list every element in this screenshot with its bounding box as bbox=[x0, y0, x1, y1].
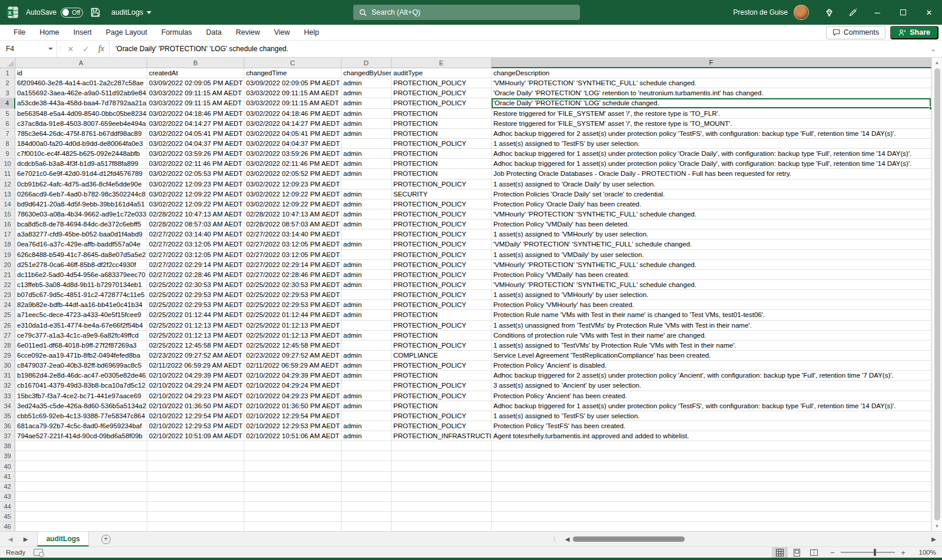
cell-F5[interactable]: Restore triggered for 'FILE_SYSTEM' asse… bbox=[492, 109, 931, 119]
cell-D15[interactable]: admin bbox=[341, 209, 392, 219]
cell-B45[interactable] bbox=[147, 512, 244, 522]
cell-D17[interactable] bbox=[341, 229, 392, 239]
cell-D23[interactable] bbox=[341, 290, 392, 300]
row-header-39[interactable]: 39 bbox=[0, 451, 15, 461]
row-header-9[interactable]: 9 bbox=[0, 149, 15, 159]
row-header-20[interactable]: 20 bbox=[0, 260, 15, 270]
cell-D10[interactable]: admin bbox=[341, 159, 392, 169]
cell-B11[interactable]: 03/02/2022 02:05:53 PM AEDT bbox=[147, 169, 244, 179]
cell-C20[interactable]: 02/27/2022 02:29:14 PM AEDT bbox=[244, 260, 341, 270]
cell-E36[interactable]: PROTECTION_POLICY bbox=[392, 421, 492, 431]
cell-C33[interactable]: 02/10/2022 04:29:23 PM AEDT bbox=[244, 391, 341, 401]
cell-B29[interactable]: 02/23/2022 09:27:52 AM AEDT bbox=[147, 351, 244, 361]
cell-E14[interactable]: PROTECTION_POLICY bbox=[392, 199, 492, 209]
cell-C14[interactable]: 03/02/2022 12:09:22 PM AEDT bbox=[244, 199, 341, 209]
cell-E40[interactable] bbox=[392, 461, 492, 471]
cell-B37[interactable]: 02/10/2022 10:51:09 AM AEDT bbox=[147, 431, 244, 441]
cell-E1[interactable]: auditType bbox=[392, 68, 492, 78]
cell-A21[interactable]: dc11b6e2-5ad0-4d54-956e-a683379eec70 bbox=[15, 270, 147, 280]
cell-F8[interactable]: 1 asset(s) assigned to 'TestFS' by user … bbox=[492, 139, 931, 149]
cell-C41[interactable] bbox=[244, 472, 341, 482]
cell-E27[interactable]: PROTECTION bbox=[392, 331, 492, 341]
row-header-29[interactable]: 29 bbox=[0, 351, 15, 361]
cell-C36[interactable]: 02/10/2022 12:29:53 PM AEDT bbox=[244, 421, 341, 431]
cell-F19[interactable]: 1 asset(s) assigned to 'VMDaily' by user… bbox=[492, 250, 931, 260]
normal-view-button[interactable] bbox=[772, 547, 788, 558]
cell-B2[interactable]: 03/09/2022 02:09:05 PM AEDT bbox=[147, 78, 244, 88]
cell-F44[interactable] bbox=[492, 502, 931, 512]
cell-D34[interactable]: admin bbox=[341, 401, 392, 411]
cell-E31[interactable]: PROTECTION bbox=[392, 371, 492, 381]
cell-F15[interactable]: 'VMHourly' 'PROTECTION' 'SYNTHETIC_FULL'… bbox=[492, 209, 931, 219]
cell-F10[interactable]: Adhoc backup triggered for 1 asset(s) un… bbox=[492, 159, 931, 169]
cell-A46[interactable] bbox=[15, 522, 147, 531]
cell-C31[interactable]: 02/10/2022 04:29:39 PM AEDT bbox=[244, 371, 341, 381]
cell-F28[interactable]: 1 asset(s) assigned to 'TestVMs' by Prot… bbox=[492, 341, 931, 351]
row-header-10[interactable]: 10 bbox=[0, 159, 15, 169]
cell-D28[interactable] bbox=[341, 341, 392, 351]
confirm-entry-icon[interactable]: ✓ bbox=[78, 41, 94, 57]
cell-C10[interactable]: 03/02/2022 02:11:46 PM AEDT bbox=[244, 159, 341, 169]
cell-E15[interactable]: PROTECTION_POLICY bbox=[392, 209, 492, 219]
cell-E29[interactable]: COMPLIANCE bbox=[392, 351, 492, 361]
cell-A20[interactable]: d251e278-0ca6-46ff-85b8-df2f2cc4930f bbox=[15, 260, 147, 270]
row-header-28[interactable]: 28 bbox=[0, 341, 15, 351]
minimize-button[interactable]: ─ bbox=[864, 0, 890, 25]
scrollbar-resize-handle[interactable]: ⁞ bbox=[553, 536, 556, 542]
fill-handle[interactable] bbox=[929, 106, 931, 110]
search-input[interactable]: Search (Alt+Q) bbox=[353, 5, 580, 20]
cell-F26[interactable]: 1 asset(s) unassigned from 'TestVMs' by … bbox=[492, 321, 931, 331]
cell-A18[interactable]: 0ea76d16-a37c-429e-affb-baddf557a04e bbox=[15, 239, 147, 249]
cell-A24[interactable]: 82a9b82e-bdfb-44df-aa16-bb41e0c41b34 bbox=[15, 300, 147, 310]
formula-input[interactable]: 'Oracle Daily' 'PROTECTION' 'LOG' schedu… bbox=[109, 41, 924, 57]
cell-A39[interactable] bbox=[15, 451, 147, 461]
cell-D36[interactable]: admin bbox=[341, 421, 392, 431]
cell-D22[interactable]: admin bbox=[341, 280, 392, 290]
cell-F7[interactable]: Adhoc backup triggered for 2 asset(s) un… bbox=[492, 129, 931, 139]
cell-C16[interactable]: 02/28/2022 08:57:03 AM AEDT bbox=[244, 219, 341, 229]
cell-A10[interactable]: dcdcb5a6-b3a8-4f3f-b1d9-a517f88fa899 bbox=[15, 159, 147, 169]
cell-D40[interactable] bbox=[341, 461, 392, 471]
cell-E9[interactable]: PROTECTION bbox=[392, 149, 492, 159]
row-header-31[interactable]: 31 bbox=[0, 371, 15, 381]
ribbon-tab-file[interactable]: File bbox=[7, 26, 32, 38]
cell-E11[interactable]: PROTECTION bbox=[392, 169, 492, 179]
page-layout-view-button[interactable] bbox=[789, 547, 805, 558]
cell-D7[interactable]: admin bbox=[341, 129, 392, 139]
cell-C9[interactable]: 03/02/2022 03:59:26 PM AEDT bbox=[244, 149, 341, 159]
cell-E13[interactable]: SECURITY bbox=[392, 189, 492, 199]
cell-D3[interactable]: admin bbox=[341, 88, 392, 98]
cell-D2[interactable]: admin bbox=[341, 78, 392, 88]
cell-F41[interactable] bbox=[492, 472, 931, 482]
cell-D1[interactable]: changedByUser bbox=[341, 68, 392, 78]
user-avatar[interactable] bbox=[794, 5, 809, 20]
cell-B7[interactable]: 03/02/2022 04:05:41 PM AEDT bbox=[147, 129, 244, 139]
cell-C28[interactable]: 02/25/2022 12:45:58 PM AEDT bbox=[244, 341, 341, 351]
row-header-42[interactable]: 42 bbox=[0, 482, 15, 492]
autosave-toggle[interactable]: Off bbox=[61, 8, 83, 18]
row-header-15[interactable]: 15 bbox=[0, 209, 15, 219]
cell-E46[interactable] bbox=[392, 522, 492, 531]
row-header-24[interactable]: 24 bbox=[0, 300, 15, 310]
cell-B3[interactable]: 03/03/2022 09:11:15 AM AEDT bbox=[147, 88, 244, 98]
cell-E10[interactable]: PROTECTION bbox=[392, 159, 492, 169]
column-header-D[interactable]: D bbox=[341, 58, 392, 68]
cell-D44[interactable] bbox=[341, 502, 392, 512]
row-header-21[interactable]: 21 bbox=[0, 270, 15, 280]
cell-E28[interactable]: PROTECTION_POLICY bbox=[392, 341, 492, 351]
cell-F21[interactable]: Protection Policy 'VMDaily' has been cre… bbox=[492, 270, 931, 280]
cell-D4[interactable]: admin bbox=[341, 98, 392, 108]
row-header-36[interactable]: 36 bbox=[0, 421, 15, 431]
row-header-38[interactable]: 38 bbox=[0, 441, 15, 451]
document-title[interactable]: auditLogs bbox=[108, 6, 155, 19]
cell-E22[interactable]: PROTECTION_POLICY bbox=[392, 280, 492, 290]
cell-A25[interactable]: a71eec5c-dece-4723-a433-40e5f15fcee9 bbox=[15, 310, 147, 320]
cell-E20[interactable]: PROTECTION_POLICY bbox=[392, 260, 492, 270]
cell-D6[interactable]: admin bbox=[341, 119, 392, 129]
cell-B42[interactable] bbox=[147, 482, 244, 492]
cell-B41[interactable] bbox=[147, 472, 244, 482]
cell-E23[interactable]: PROTECTION_POLICY bbox=[392, 290, 492, 300]
row-header-12[interactable]: 12 bbox=[0, 179, 15, 189]
cell-E17[interactable]: PROTECTION_POLICY bbox=[392, 229, 492, 239]
cell-E44[interactable] bbox=[392, 502, 492, 512]
